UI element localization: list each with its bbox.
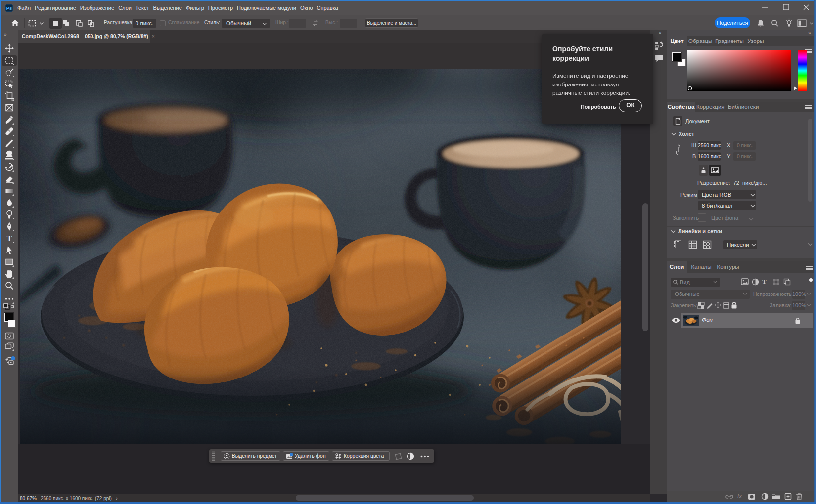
svg-text:T: T xyxy=(7,234,12,243)
